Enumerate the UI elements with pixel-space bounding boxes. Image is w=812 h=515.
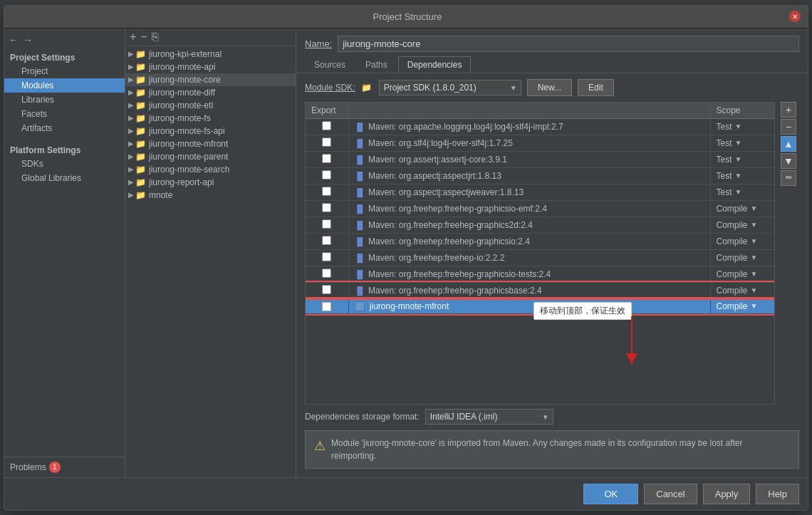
table-row: ▐▌Maven: org.slf4j:log4j-over-slf4j:1.7.…	[306, 135, 774, 151]
tree-item-mnote-diff[interactable]: ▶ 📁 jiurong-mnote-diff	[125, 86, 296, 99]
sidebar-item-sdks[interactable]: SDKs	[4, 157, 125, 171]
ok-button[interactable]: OK	[583, 484, 638, 504]
dep-bar-icon: ▐▌	[355, 254, 366, 262]
copy-module-button[interactable]: ⎘	[152, 31, 159, 43]
tree-item-mnote-fs-api[interactable]: ▶ 📁 jiurong-mnote-fs-api	[125, 125, 296, 137]
bottom-bar: OK Cancel Apply Help	[4, 477, 808, 510]
module-tree: + − ⎘ ▶ 📁 jiurong-kpi-external ▶ 📁 jiuro…	[125, 28, 296, 477]
tree-item-mnote-mfront[interactable]: ▶ 📁 jiurong-mnote-mfront	[125, 137, 296, 150]
header-name	[348, 103, 710, 119]
header-export: Export	[306, 103, 348, 119]
sdk-label: Module SDK:	[305, 83, 355, 93]
dep-table-wrap: Export Scope ▐▌Maven: org.apache.logging…	[305, 102, 799, 405]
dependencies-area: Module SDK: 📁 Project SDK (1.8.0_201) Ne…	[296, 73, 808, 477]
table-row: ▐▌Maven: org.freehep:freehep-graphics2d:…	[306, 217, 774, 233]
nav-forward-button[interactable]: →	[23, 34, 33, 46]
tree-item-mnote[interactable]: ▶ 📁 mnote	[125, 189, 296, 202]
tree-item-mnote-api[interactable]: ▶ 📁 jiurong-mnote-api	[125, 61, 296, 73]
export-checkbox-11[interactable]	[322, 285, 331, 294]
new-button[interactable]: New...	[527, 79, 572, 96]
sidebar-item-libraries[interactable]: Libraries	[4, 93, 125, 107]
sidebar-item-modules[interactable]: Modules	[4, 78, 125, 93]
export-checkbox-8[interactable]	[322, 236, 331, 245]
dep-bar-icon: ▐▌	[355, 139, 366, 147]
export-checkbox-1[interactable]	[322, 121, 331, 130]
dep-bar-icon: ▐▌	[355, 188, 366, 197]
project-structure-dialog: Project Structure ✕ ← → Project Settings…	[4, 5, 808, 511]
sidebar-item-facets[interactable]: Facets	[4, 107, 125, 121]
sidebar-item-global-libraries[interactable]: Global Libraries	[4, 171, 125, 185]
export-checkbox-5[interactable]	[322, 187, 331, 196]
project-settings-label: Project Settings	[4, 48, 125, 64]
tree-item-mnote-fs[interactable]: ▶ 📁 jiurong-mnote-fs	[125, 112, 296, 125]
close-button[interactable]: ✕	[789, 11, 801, 22]
table-row: ▐▌Maven: org.apache.logging.log4j:log4j-…	[306, 118, 774, 135]
remove-dep-button[interactable]: −	[781, 119, 796, 135]
warning-icon: ⚠	[314, 438, 326, 454]
add-module-button[interactable]: +	[130, 31, 136, 43]
right-buttons: + − ▲ ▼ ✏	[778, 102, 799, 405]
remove-module-button[interactable]: −	[140, 31, 147, 43]
module-icon	[355, 301, 365, 311]
export-checkbox-9[interactable]	[322, 252, 331, 261]
dep-bar-icon: ▐▌	[355, 172, 366, 180]
tree-item-mnote-parent[interactable]: ▶ 📁 jiurong-mnote-parent	[125, 150, 296, 163]
sidebar-item-project[interactable]: Project	[4, 64, 125, 78]
export-checkbox-3[interactable]	[322, 154, 331, 163]
dep-bar-icon: ▐▌	[355, 204, 366, 213]
table-row: ▐▌Maven: org.freehep:freehep-io:2.2.2 Co…	[306, 249, 774, 266]
edit-dep-button[interactable]: ✏	[781, 170, 796, 186]
warning-box: ⚠ Module 'jiurong-mnote-core' is importe…	[305, 430, 799, 469]
dep-table-container: Export Scope ▐▌Maven: org.apache.logging…	[305, 102, 775, 405]
storage-row: Dependencies storage format: IntelliJ ID…	[305, 405, 799, 427]
sidebar: ← → Project Settings Project Modules Lib…	[4, 28, 125, 477]
table-row: ▐▌Maven: org.aspectj:aspectjweaver:1.8.1…	[306, 184, 774, 200]
sdk-folder-icon: 📁	[361, 83, 372, 93]
export-checkbox-4[interactable]	[322, 170, 331, 180]
help-button[interactable]: Help	[756, 484, 799, 504]
header-scope: Scope	[710, 103, 774, 119]
add-dep-button[interactable]: +	[781, 102, 796, 118]
tab-dependencies[interactable]: Dependencies	[398, 56, 472, 73]
tree-item-kpi-external[interactable]: ▶ 📁 jiurong-kpi-external	[125, 48, 296, 61]
dep-bar-icon: ▐▌	[355, 221, 366, 229]
storage-select[interactable]: IntelliJ IDEA (.iml)	[425, 409, 553, 425]
annotation-arrow	[610, 316, 653, 373]
main-content: Name: Sources Paths Dependencies Module …	[296, 28, 808, 477]
storage-select-wrap: IntelliJ IDEA (.iml)	[425, 409, 553, 425]
module-tree-toolbar: + − ⎘	[125, 28, 296, 46]
module-tree-list: ▶ 📁 jiurong-kpi-external ▶ 📁 jiurong-mno…	[125, 46, 296, 477]
problems-label[interactable]: Problems	[10, 462, 46, 472]
dep-bar-icon: ▐▌	[355, 237, 366, 246]
name-row: Name:	[296, 28, 808, 56]
export-checkbox-2[interactable]	[322, 137, 331, 147]
dialog-body: ← → Project Settings Project Modules Lib…	[4, 28, 808, 477]
name-input[interactable]	[338, 36, 799, 52]
sidebar-item-artifacts[interactable]: Artifacts	[4, 121, 125, 135]
dep-bar-icon: ▐▌	[355, 155, 366, 164]
tree-item-mnote-core[interactable]: ▶ 📁 jiurong-mnote-core	[125, 73, 296, 86]
tree-item-mnote-etl[interactable]: ▶ 📁 jiurong-mnote-etl	[125, 99, 296, 112]
export-checkbox-6[interactable]	[322, 203, 331, 212]
export-checkbox-10[interactable]	[322, 269, 331, 278]
table-row: ▐▌Maven: org.freehep:freehep-graphicsio-…	[306, 266, 774, 282]
edit-button[interactable]: Edit	[578, 79, 614, 96]
move-down-button[interactable]: ▼	[781, 153, 796, 169]
export-checkbox-filled[interactable]	[322, 302, 331, 311]
tab-paths[interactable]: Paths	[356, 56, 397, 73]
nav-back-button[interactable]: ←	[9, 34, 19, 46]
problems-badge: 1	[49, 462, 61, 473]
export-checkbox-7[interactable]	[322, 219, 331, 229]
apply-button[interactable]: Apply	[703, 484, 751, 504]
tree-item-report-api[interactable]: ▶ 📁 jiurong-report-api	[125, 176, 296, 189]
tree-item-mnote-search[interactable]: ▶ 📁 jiurong-mnote-search	[125, 163, 296, 176]
table-row: ▐▌Maven: org.aspectj:aspectjrt:1.8.13 Te…	[306, 167, 774, 184]
sdk-select[interactable]: Project SDK (1.8.0_201)	[379, 80, 521, 95]
cancel-button[interactable]: Cancel	[644, 484, 697, 504]
sdk-row: Module SDK: 📁 Project SDK (1.8.0_201) Ne…	[305, 79, 799, 96]
sidebar-nav: ← →	[4, 31, 125, 48]
move-up-button[interactable]: ▲	[781, 136, 796, 152]
table-row: ▐▌Maven: org.freehep:freehep-graphicsio-…	[306, 200, 774, 217]
tab-sources[interactable]: Sources	[305, 56, 355, 73]
warning-text: Module 'jiurong-mnote-core' is imported …	[331, 437, 790, 462]
